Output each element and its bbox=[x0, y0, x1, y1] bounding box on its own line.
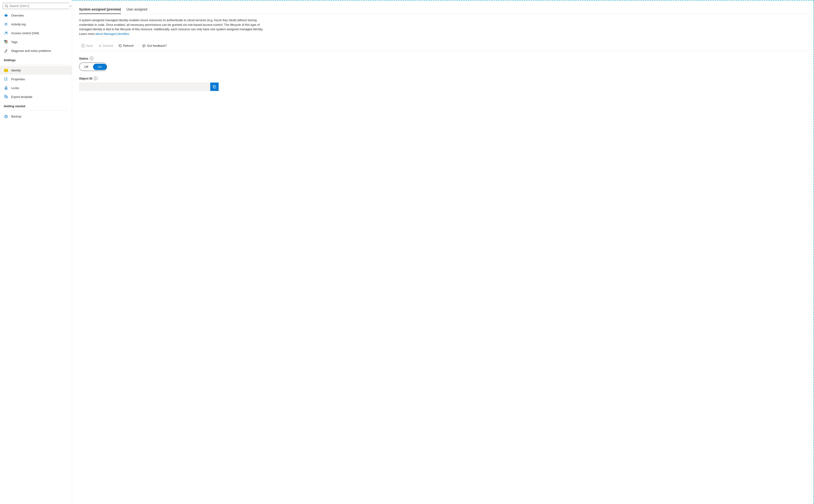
status-info-icon[interactable]: i bbox=[90, 57, 93, 60]
toggle-off-option[interactable]: Off bbox=[79, 64, 93, 70]
svg-rect-39 bbox=[214, 86, 216, 88]
search-icon bbox=[5, 4, 8, 8]
save-label: Save bbox=[86, 44, 93, 47]
sidebar-item-identity[interactable]: Identity bbox=[0, 66, 72, 75]
tabs-container: System assigned (preview) User assigned bbox=[79, 5, 807, 14]
sidebar: « Overview Activ bbox=[0, 0, 72, 504]
export-icon bbox=[4, 94, 8, 99]
toggle-on-option[interactable]: On bbox=[93, 64, 107, 70]
collapse-sidebar-button[interactable]: « bbox=[69, 3, 72, 9]
sidebar-item-tags[interactable]: Tags bbox=[0, 37, 72, 46]
refresh-label: Refresh bbox=[123, 44, 134, 47]
feedback-label: Got feedback? bbox=[147, 44, 167, 47]
svg-rect-28 bbox=[4, 97, 8, 99]
log-icon bbox=[4, 22, 8, 27]
sidebar-label-access-control: Access control (IAM) bbox=[11, 31, 39, 35]
svg-point-3 bbox=[5, 15, 7, 17]
refresh-icon bbox=[119, 44, 122, 47]
identity-icon bbox=[4, 68, 8, 73]
search-bar[interactable] bbox=[3, 3, 69, 9]
discard-label: Discard bbox=[103, 44, 113, 47]
copy-object-id-button[interactable] bbox=[210, 83, 219, 91]
sidebar-label-identity: Identity bbox=[11, 69, 21, 72]
sidebar-label-properties: Properties bbox=[11, 77, 25, 81]
svg-line-1 bbox=[7, 7, 8, 7]
sidebar-label-activity-log: Activity log bbox=[11, 23, 26, 26]
page-inner: System assigned (preview) User assigned … bbox=[72, 0, 814, 96]
object-id-info-icon[interactable]: i bbox=[94, 77, 97, 80]
sidebar-item-activity-log[interactable]: Activity log bbox=[0, 20, 72, 29]
sidebar-label-locks: Locks bbox=[11, 86, 19, 90]
description-text: A system assigned managed identity enabl… bbox=[79, 18, 270, 36]
sidebar-item-overview[interactable]: Overview bbox=[0, 11, 72, 20]
sidebar-label-tags: Tags bbox=[11, 40, 17, 44]
sidebar-item-locks[interactable]: Locks bbox=[0, 83, 72, 92]
svg-rect-33 bbox=[82, 44, 83, 45]
object-id-input[interactable] bbox=[79, 83, 210, 91]
svg-rect-29 bbox=[4, 95, 7, 97]
sidebar-item-access-control[interactable]: Access control (IAM) bbox=[0, 29, 72, 37]
svg-point-14 bbox=[7, 41, 7, 42]
discard-icon bbox=[99, 44, 101, 47]
svg-point-27 bbox=[6, 88, 7, 89]
svg-rect-34 bbox=[82, 46, 84, 47]
svg-rect-16 bbox=[4, 69, 8, 72]
sidebar-label-backup: Backup bbox=[11, 115, 21, 118]
wrench-icon bbox=[4, 48, 8, 53]
feedback-icon bbox=[142, 44, 146, 47]
main-content: System assigned (preview) User assigned … bbox=[72, 0, 814, 504]
svg-point-15 bbox=[5, 51, 6, 52]
refresh-button[interactable]: Refresh bbox=[116, 43, 136, 49]
feedback-button[interactable]: Got feedback? bbox=[140, 43, 169, 49]
backup-icon bbox=[4, 114, 8, 119]
object-id-field-label: Object ID i bbox=[79, 77, 807, 80]
object-id-row bbox=[79, 83, 219, 91]
toolbar: Save Discard Refresh bbox=[79, 41, 807, 51]
status-toggle[interactable]: Off On bbox=[79, 63, 107, 71]
sidebar-scroll: Overview Activity log bbox=[0, 11, 72, 504]
settings-section-header: Settings bbox=[0, 55, 72, 63]
object-id-section: Object ID i bbox=[79, 77, 807, 91]
properties-icon bbox=[4, 77, 8, 81]
status-field-label: Status i bbox=[79, 57, 807, 60]
locks-icon bbox=[4, 86, 8, 90]
save-icon bbox=[81, 44, 85, 47]
svg-point-17 bbox=[5, 70, 6, 71]
sidebar-item-properties[interactable]: Properties bbox=[0, 75, 72, 83]
managed-identities-link[interactable]: about Managed identities bbox=[95, 32, 129, 36]
svg-point-9 bbox=[6, 32, 7, 33]
toggle-container: Off On bbox=[79, 63, 807, 71]
sidebar-item-diagnose[interactable]: Diagnose and solve problems bbox=[0, 46, 72, 55]
discard-button[interactable]: Discard bbox=[96, 43, 115, 49]
sidebar-item-export-template[interactable]: Export template bbox=[0, 92, 72, 101]
cloud-icon bbox=[4, 13, 8, 18]
save-button[interactable]: Save bbox=[79, 43, 95, 49]
sidebar-label-diagnose: Diagnose and solve problems bbox=[11, 49, 51, 53]
tab-system-assigned[interactable]: System assigned (preview) bbox=[79, 5, 121, 14]
sidebar-item-backup[interactable]: Backup bbox=[0, 112, 72, 121]
sidebar-label-overview: Overview bbox=[11, 14, 24, 17]
iam-icon bbox=[4, 31, 8, 35]
getting-started-section-header: Getting started bbox=[0, 101, 72, 109]
sidebar-label-export-template: Export template bbox=[11, 95, 32, 99]
tags-icon bbox=[4, 40, 8, 44]
copy-icon bbox=[213, 85, 216, 89]
search-input[interactable] bbox=[10, 4, 67, 8]
tab-user-assigned[interactable]: User assigned bbox=[127, 5, 147, 14]
